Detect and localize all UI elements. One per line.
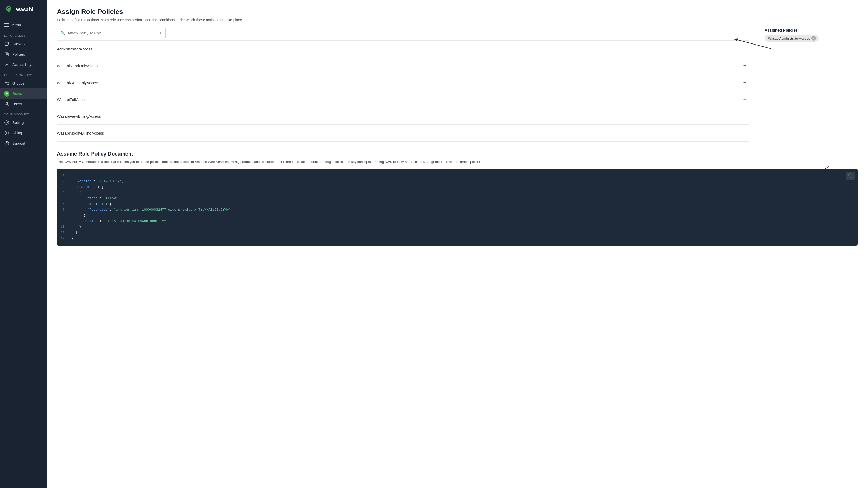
svg-point-8	[6, 102, 7, 104]
svg-point-7	[7, 82, 8, 83]
svg-point-5	[5, 64, 7, 65]
section-label-users-groups: Users & Groups	[0, 70, 46, 78]
line-numbers: 1 2 3 4 5 6 7 8 9 10 11 12	[57, 169, 68, 246]
sidebar-label-users: Users	[12, 102, 22, 106]
sidebar-label-roles: Roles	[12, 92, 22, 96]
policy-item-fullaccess: WasabiFullAccess +	[57, 91, 749, 108]
svg-point-9	[6, 122, 7, 123]
page-title: Assign Role Policies	[57, 0, 858, 17]
add-policy-readonly-button[interactable]: +	[741, 62, 749, 70]
hamburger-icon	[4, 23, 9, 27]
settings-icon	[4, 120, 9, 125]
add-policy-writeonly-button[interactable]: +	[741, 79, 749, 87]
assigned-policies-label: Assigned Policies	[765, 28, 858, 32]
policy-item-viewbilling: WasabiViewBillingAccess +	[57, 108, 749, 125]
logo-text: wasabi	[16, 6, 33, 12]
right-panel: Assigned Policies WasabiAdministratorAcc…	[765, 28, 858, 44]
sidebar-label-billing: Billing	[12, 131, 22, 135]
attach-policy-input-wrap[interactable]: 🔍 ▼	[57, 28, 165, 38]
menu-toggle[interactable]: Menu	[0, 19, 46, 31]
add-policy-fullaccess-button[interactable]: +	[741, 95, 749, 103]
bucket-icon	[4, 41, 9, 47]
policy-name: WasabiFullAccess	[57, 97, 89, 102]
policy-icon	[4, 52, 9, 57]
svg-rect-18	[850, 175, 852, 177]
section-label-your-account: Your Account	[0, 109, 46, 118]
svg-point-6	[6, 82, 7, 83]
sidebar-label-policies: Policies	[12, 52, 25, 56]
policy-item-administrator: AdministratorAccess +	[57, 40, 749, 57]
policy-name: AdministratorAccess	[57, 47, 92, 51]
add-policy-administrator-button[interactable]: +	[741, 45, 749, 53]
copy-clipboard-button[interactable]	[846, 172, 855, 180]
main-content: Assign Role Policies Policies define the…	[46, 0, 868, 488]
policy-name: WasabiViewBillingAccess	[57, 114, 101, 119]
sidebar-label-settings: Settings	[12, 121, 26, 125]
remove-policy-button[interactable]: ✕	[811, 36, 816, 41]
policy-name: WasabiReadOnlyAccess	[57, 64, 100, 68]
policy-item-readonly: WasabiReadOnlyAccess +	[57, 57, 749, 74]
sidebar-item-roles[interactable]: Roles	[0, 89, 46, 99]
wasabi-logo-icon	[4, 5, 13, 14]
sidebar-label-access-keys: Access Keys	[12, 63, 33, 67]
assigned-policy-tag-text: WasabiAdministratorAccess	[768, 36, 810, 40]
add-policy-viewbilling-button[interactable]: +	[741, 112, 749, 120]
sidebar: wasabi Menu Data Access Buckets Policies	[0, 0, 46, 488]
policy-list: AdministratorAccess + WasabiReadOnlyAcce…	[57, 40, 749, 142]
assume-role-description: The AWS Policy Generator is a tool that …	[57, 159, 858, 164]
sidebar-label-buckets: Buckets	[12, 42, 25, 46]
menu-label: Menu	[11, 23, 21, 27]
code-block: 1 2 3 4 5 6 7 8 9 10 11 12 {	[57, 169, 858, 246]
policy-name: WasabiModifyBillingAccess	[57, 131, 104, 135]
roles-icon	[4, 91, 9, 96]
sidebar-label-groups: Groups	[12, 81, 24, 85]
sidebar-item-access-keys[interactable]: Access Keys	[0, 60, 46, 70]
support-icon	[4, 141, 9, 146]
policy-name: WasabiWriteOnlyAccess	[57, 81, 99, 85]
page-description: Policies define the actions that a role …	[57, 17, 858, 23]
search-icon: 🔍	[60, 31, 65, 36]
assume-role-section: Assume Role Policy Document The AWS Poli…	[57, 151, 858, 246]
assume-role-heading: Assume Role Policy Document	[57, 151, 858, 157]
sidebar-item-policies[interactable]: Policies	[0, 49, 46, 60]
logo: wasabi	[0, 0, 46, 19]
sidebar-item-groups[interactable]: Groups	[0, 78, 46, 89]
sidebar-item-support[interactable]: Support	[0, 138, 46, 149]
billing-icon	[4, 130, 9, 135]
code-block-wrapper: 1 2 3 4 5 6 7 8 9 10 11 12 {	[57, 169, 858, 246]
policy-item-writeonly: WasabiWriteOnlyAccess +	[57, 74, 749, 91]
policy-item-modifybilling: WasabiModifyBillingAccess +	[57, 125, 749, 142]
sidebar-item-users[interactable]: Users	[0, 99, 46, 109]
assign-policies-section: 🔍 ▼ AdministratorAccess + WasabiReadOnly…	[57, 28, 858, 246]
assigned-policy-tag: WasabiAdministratorAccess ✕	[765, 35, 818, 42]
dropdown-arrow-icon: ▼	[159, 31, 162, 35]
sidebar-label-support: Support	[12, 141, 25, 145]
sidebar-item-buckets[interactable]: Buckets	[0, 39, 46, 49]
left-panel: 🔍 ▼ AdministratorAccess + WasabiReadOnly…	[57, 28, 749, 142]
key-icon	[4, 62, 9, 67]
users-icon	[4, 101, 9, 106]
attach-policy-input[interactable]	[67, 31, 159, 35]
group-icon	[4, 81, 9, 86]
add-policy-modifybilling-button[interactable]: +	[741, 129, 749, 137]
sidebar-item-billing[interactable]: Billing	[0, 128, 46, 138]
code-content: { "Version": "2012-10-17", "Statement": …	[68, 169, 858, 246]
section-label-data-access: Data Access	[0, 31, 46, 39]
sidebar-item-settings[interactable]: Settings	[0, 118, 46, 128]
